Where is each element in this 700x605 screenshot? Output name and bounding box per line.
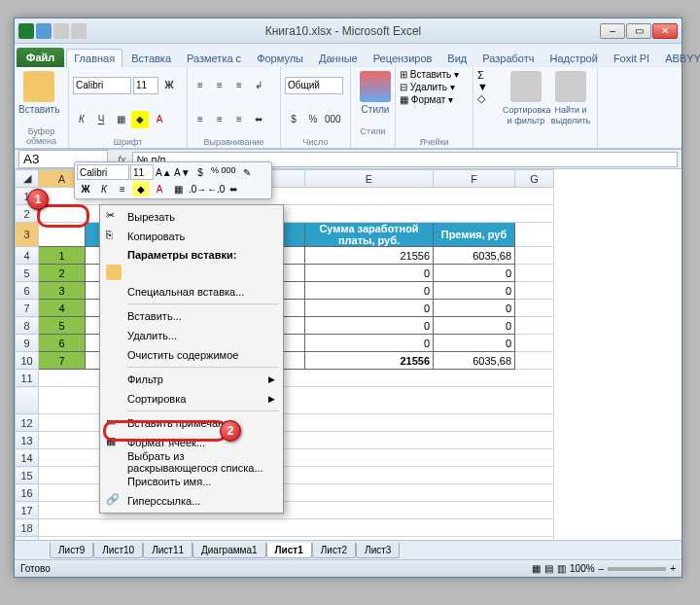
find-select-button[interactable]: Найти и выделить xyxy=(549,69,592,125)
cell-f3[interactable]: Премия, руб xyxy=(434,223,515,247)
col-header-f[interactable]: F xyxy=(434,170,515,188)
zoom-out-button[interactable]: – xyxy=(599,563,605,574)
mini-merge-button[interactable]: ⬌ xyxy=(225,181,242,196)
ctx-sort[interactable]: Сортировка▶ xyxy=(102,389,281,409)
currency-button[interactable]: $ xyxy=(285,111,302,128)
align-mid-button[interactable]: ≡ xyxy=(211,77,228,94)
border-button[interactable]: ▦ xyxy=(112,111,129,128)
tab-addins[interactable]: Надстрой xyxy=(542,50,604,67)
mini-font-combo[interactable] xyxy=(77,164,129,180)
ctx-paste-option[interactable] xyxy=(102,263,281,282)
ctx-dropdown[interactable]: Выбрать из раскрывающегося списка... xyxy=(102,452,281,472)
percent-button[interactable]: % xyxy=(304,111,322,128)
mini-italic-button[interactable]: К xyxy=(95,181,113,196)
autosum-button[interactable]: Σ xyxy=(477,69,503,81)
italic-button[interactable]: К xyxy=(73,111,90,128)
align-top-button[interactable]: ≡ xyxy=(192,77,209,94)
mini-grow-font-button[interactable]: A▲ xyxy=(155,164,172,180)
mini-number-label[interactable]: % 000 xyxy=(210,164,237,180)
styles-button[interactable]: Стили xyxy=(355,69,396,125)
ctx-paste-special[interactable]: Специальная вставка... xyxy=(102,282,281,302)
sheet-tab[interactable]: Лист3 xyxy=(356,543,400,558)
font-combo[interactable] xyxy=(73,77,131,94)
highlight-ring-1 xyxy=(37,204,89,228)
zoom-slider[interactable] xyxy=(608,567,666,571)
minimize-button[interactable]: – xyxy=(600,23,625,39)
row-header[interactable]: 3 xyxy=(16,223,39,247)
mini-align-button[interactable]: ≡ xyxy=(114,181,131,196)
ctx-insert[interactable]: Вставить... xyxy=(102,306,281,326)
wrap-text-button[interactable]: ↲ xyxy=(250,77,267,94)
save-icon[interactable] xyxy=(36,23,52,39)
ctx-cut[interactable]: ✂Вырезать xyxy=(102,207,281,227)
sheet-tab[interactable]: Лист9 xyxy=(50,543,93,558)
col-header-e[interactable]: E xyxy=(305,170,434,188)
ctx-define-name[interactable]: Присвоить имя... xyxy=(102,472,281,491)
cells-format-button[interactable]: ▦ Формат ▾ xyxy=(400,94,453,105)
tab-file[interactable]: Файл xyxy=(17,48,64,67)
mini-currency-button[interactable]: $ xyxy=(192,164,209,180)
view-layout-icon[interactable]: ▤ xyxy=(544,563,553,574)
align-bot-button[interactable]: ≡ xyxy=(230,77,248,94)
ctx-copy[interactable]: ⎘Копировать xyxy=(102,227,281,246)
mini-format-painter-button[interactable]: ✎ xyxy=(238,164,256,180)
comma-button[interactable]: 000 xyxy=(324,111,341,128)
tab-review[interactable]: Рецензиров xyxy=(367,50,439,67)
maximize-button[interactable]: ▭ xyxy=(626,23,651,39)
tab-home[interactable]: Главная xyxy=(66,49,122,67)
sheet-tab[interactable]: Лист2 xyxy=(312,543,356,558)
view-break-icon[interactable]: ▥ xyxy=(557,563,566,574)
sheet-tab-active[interactable]: Лист1 xyxy=(266,543,312,558)
align-left-button[interactable]: ≡ xyxy=(192,111,209,128)
tab-abbyy[interactable]: ABBYY PDF xyxy=(658,50,700,67)
tab-view[interactable]: Вид xyxy=(440,50,473,67)
zoom-level[interactable]: 100% xyxy=(570,563,595,574)
clear-button[interactable]: ◇ xyxy=(477,92,503,105)
mini-shrink-font-button[interactable]: A▼ xyxy=(173,164,191,180)
redo-icon[interactable] xyxy=(71,23,87,39)
col-header-g[interactable]: G xyxy=(515,170,554,188)
align-right-button[interactable]: ≡ xyxy=(230,111,248,128)
mini-size-combo[interactable] xyxy=(130,164,154,180)
sheet-tab[interactable]: Лист11 xyxy=(143,543,192,558)
ctx-hyperlink[interactable]: 🔗Гиперссылка... xyxy=(102,491,281,511)
tab-foxit[interactable]: Foxit PI xyxy=(607,50,656,67)
mini-font-color-button[interactable]: A xyxy=(151,181,168,196)
cells-delete-button[interactable]: ⊟ Удалить ▾ xyxy=(400,82,455,92)
underline-button[interactable]: Ч xyxy=(92,111,110,128)
merge-button[interactable]: ⬌ xyxy=(250,111,267,128)
sheet-tab[interactable]: Диаграмма1 xyxy=(192,543,266,558)
size-combo[interactable] xyxy=(133,77,158,94)
tab-insert[interactable]: Вставка xyxy=(124,50,178,67)
number-format-combo[interactable] xyxy=(285,77,343,94)
view-normal-icon[interactable]: ▦ xyxy=(532,563,541,574)
align-center-button[interactable]: ≡ xyxy=(211,111,228,128)
cell-e3[interactable]: Сумма заработной платы, руб. xyxy=(305,223,434,247)
fill-button[interactable]: ▼ xyxy=(477,81,503,92)
sheet-tabs: Лист9 Лист10 Лист11 Диаграмма1 Лист1 Лис… xyxy=(15,540,682,559)
font-color-button[interactable]: A xyxy=(151,111,168,128)
sort-filter-button[interactable]: Сортировка и фильтр xyxy=(503,69,549,125)
undo-icon[interactable] xyxy=(53,23,69,39)
mini-fill-color-button[interactable]: ◆ xyxy=(132,181,150,196)
sheet-tab[interactable]: Лист10 xyxy=(93,543,143,558)
mini-bold-button[interactable]: Ж xyxy=(77,181,94,196)
paste-button[interactable]: Вставить xyxy=(18,69,59,125)
mini-border-button[interactable]: ▦ xyxy=(169,181,187,196)
mini-dec-decimal-button[interactable]: ←.0 xyxy=(206,181,224,196)
mini-inc-decimal-button[interactable]: .0→ xyxy=(188,181,205,196)
tab-dev[interactable]: Разработч xyxy=(475,50,541,67)
bold-button[interactable]: Ж xyxy=(160,77,178,94)
zoom-in-button[interactable]: + xyxy=(670,563,676,574)
ctx-filter[interactable]: Фильтр▶ xyxy=(102,370,281,389)
clipboard-icon xyxy=(106,265,122,280)
ctx-clear[interactable]: Очистить содержимое xyxy=(102,345,281,365)
ctx-delete[interactable]: Удалить... xyxy=(102,326,281,345)
tab-formulas[interactable]: Формулы xyxy=(250,50,310,67)
close-button[interactable]: ✕ xyxy=(652,23,678,39)
tab-layout[interactable]: Разметка с xyxy=(180,50,248,67)
tab-data[interactable]: Данные xyxy=(312,50,365,67)
select-all-corner[interactable]: ◢ xyxy=(16,170,39,188)
cells-insert-button[interactable]: ⊞ Вставить ▾ xyxy=(400,69,459,80)
fill-color-button[interactable]: ◆ xyxy=(131,111,149,128)
